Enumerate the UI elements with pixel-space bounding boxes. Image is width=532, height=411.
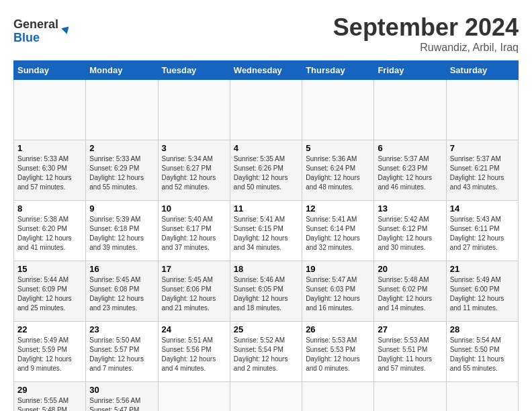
svg-marker-2 [61, 24, 72, 34]
column-header-wednesday: Wednesday [230, 61, 302, 80]
day-number: 5 [306, 143, 370, 153]
day-info: Sunrise: 5:45 AM Sunset: 6:08 PM Dayligh… [89, 275, 154, 313]
day-number: 14 [450, 203, 515, 214]
day-number: 11 [234, 203, 298, 214]
calendar-cell: 8Sunrise: 5:38 AM Sunset: 6:20 PM Daylig… [14, 201, 86, 261]
calendar-cell [158, 382, 230, 412]
day-info: Sunrise: 5:37 AM Sunset: 6:23 PM Dayligh… [378, 154, 442, 192]
day-info: Sunrise: 5:53 AM Sunset: 5:51 PM Dayligh… [378, 336, 442, 373]
calendar-cell [302, 80, 374, 140]
column-header-monday: Monday [86, 61, 158, 80]
day-number: 28 [450, 324, 515, 334]
week-row-5: 22Sunrise: 5:49 AM Sunset: 5:59 PM Dayli… [14, 322, 519, 382]
day-info: Sunrise: 5:49 AM Sunset: 5:59 PM Dayligh… [17, 336, 82, 373]
day-info: Sunrise: 5:55 AM Sunset: 5:48 PM Dayligh… [17, 396, 82, 411]
calendar-cell: 27Sunrise: 5:53 AM Sunset: 5:51 PM Dayli… [374, 322, 446, 382]
day-info: Sunrise: 5:43 AM Sunset: 6:11 PM Dayligh… [450, 215, 515, 253]
calendar-cell: 14Sunrise: 5:43 AM Sunset: 6:11 PM Dayli… [446, 201, 518, 261]
day-info: Sunrise: 5:56 AM Sunset: 5:47 PM Dayligh… [89, 396, 154, 411]
day-info: Sunrise: 5:48 AM Sunset: 6:02 PM Dayligh… [378, 275, 442, 313]
day-number: 24 [162, 324, 226, 334]
day-info: Sunrise: 5:40 AM Sunset: 6:17 PM Dayligh… [162, 215, 226, 253]
day-info: Sunrise: 5:38 AM Sunset: 6:20 PM Dayligh… [17, 215, 82, 253]
calendar-cell [230, 382, 302, 412]
day-number: 22 [17, 324, 82, 334]
calendar-table: SundayMondayTuesdayWednesdayThursdayFrid… [13, 60, 519, 411]
day-info: Sunrise: 5:54 AM Sunset: 5:50 PM Dayligh… [450, 336, 515, 373]
column-header-saturday: Saturday [446, 61, 518, 80]
calendar-cell [230, 80, 302, 140]
day-info: Sunrise: 5:42 AM Sunset: 6:12 PM Dayligh… [378, 215, 442, 253]
calendar-cell [14, 80, 86, 140]
calendar-cell: 9Sunrise: 5:39 AM Sunset: 6:18 PM Daylig… [86, 201, 158, 261]
calendar-cell: 11Sunrise: 5:41 AM Sunset: 6:15 PM Dayli… [230, 201, 302, 261]
calendar-cell [86, 80, 158, 140]
location-title: Ruwandiz, Arbil, Iraq [333, 42, 519, 54]
day-number: 29 [17, 385, 82, 395]
month-title: September 2024 [333, 13, 519, 42]
calendar-cell [446, 382, 518, 412]
week-row-2: 1Sunrise: 5:33 AM Sunset: 6:30 PM Daylig… [14, 140, 519, 201]
calendar-cell [374, 382, 446, 412]
calendar-cell: 19Sunrise: 5:47 AM Sunset: 6:03 PM Dayli… [302, 261, 374, 322]
day-info: Sunrise: 5:39 AM Sunset: 6:18 PM Dayligh… [89, 215, 154, 253]
day-number: 19 [306, 264, 370, 274]
day-info: Sunrise: 5:41 AM Sunset: 6:14 PM Dayligh… [306, 215, 370, 253]
day-number: 30 [89, 385, 154, 395]
day-number: 17 [162, 264, 226, 274]
day-number: 2 [89, 143, 154, 153]
calendar-cell [446, 80, 518, 140]
calendar-cell: 17Sunrise: 5:45 AM Sunset: 6:06 PM Dayli… [158, 261, 230, 322]
day-info: Sunrise: 5:37 AM Sunset: 6:21 PM Dayligh… [450, 154, 515, 192]
svg-text:Blue: Blue [13, 31, 40, 44]
calendar-cell: 7Sunrise: 5:37 AM Sunset: 6:21 PM Daylig… [446, 140, 518, 201]
column-header-tuesday: Tuesday [158, 61, 230, 80]
calendar-cell: 30Sunrise: 5:56 AM Sunset: 5:47 PM Dayli… [86, 382, 158, 412]
day-info: Sunrise: 5:52 AM Sunset: 5:54 PM Dayligh… [234, 336, 298, 373]
calendar-cell: 1Sunrise: 5:33 AM Sunset: 6:30 PM Daylig… [14, 140, 86, 201]
day-number: 3 [162, 143, 226, 153]
calendar-cell: 15Sunrise: 5:44 AM Sunset: 6:09 PM Dayli… [14, 261, 86, 322]
logo: General Blue [13, 13, 74, 47]
week-row-1 [14, 80, 519, 140]
calendar-cell: 20Sunrise: 5:48 AM Sunset: 6:02 PM Dayli… [374, 261, 446, 322]
week-row-6: 29Sunrise: 5:55 AM Sunset: 5:48 PM Dayli… [14, 382, 519, 412]
calendar-cell: 28Sunrise: 5:54 AM Sunset: 5:50 PM Dayli… [446, 322, 518, 382]
calendar-cell: 16Sunrise: 5:45 AM Sunset: 6:08 PM Dayli… [86, 261, 158, 322]
svg-text:General: General [13, 17, 58, 31]
calendar-cell [302, 382, 374, 412]
day-info: Sunrise: 5:47 AM Sunset: 6:03 PM Dayligh… [306, 275, 370, 313]
calendar-cell [374, 80, 446, 140]
calendar-cell [158, 80, 230, 140]
calendar-cell: 25Sunrise: 5:52 AM Sunset: 5:54 PM Dayli… [230, 322, 302, 382]
day-number: 1 [17, 143, 82, 153]
calendar-header: SundayMondayTuesdayWednesdayThursdayFrid… [14, 61, 519, 80]
header-row: SundayMondayTuesdayWednesdayThursdayFrid… [14, 61, 519, 80]
day-number: 23 [89, 324, 154, 334]
day-info: Sunrise: 5:34 AM Sunset: 6:27 PM Dayligh… [162, 154, 226, 192]
day-info: Sunrise: 5:41 AM Sunset: 6:15 PM Dayligh… [234, 215, 298, 253]
day-info: Sunrise: 5:36 AM Sunset: 6:24 PM Dayligh… [306, 154, 370, 192]
calendar-cell: 29Sunrise: 5:55 AM Sunset: 5:48 PM Dayli… [14, 382, 86, 412]
calendar-cell: 26Sunrise: 5:53 AM Sunset: 5:53 PM Dayli… [302, 322, 374, 382]
day-info: Sunrise: 5:50 AM Sunset: 5:57 PM Dayligh… [89, 336, 154, 373]
day-number: 9 [89, 203, 154, 214]
day-number: 18 [234, 264, 298, 274]
calendar-cell: 10Sunrise: 5:40 AM Sunset: 6:17 PM Dayli… [158, 201, 230, 261]
day-number: 10 [162, 203, 226, 214]
title-block: September 2024 Ruwandiz, Arbil, Iraq [333, 13, 519, 54]
calendar-cell: 23Sunrise: 5:50 AM Sunset: 5:57 PM Dayli… [86, 322, 158, 382]
day-number: 27 [378, 324, 442, 334]
calendar-cell: 18Sunrise: 5:46 AM Sunset: 6:05 PM Dayli… [230, 261, 302, 322]
day-number: 20 [378, 264, 442, 274]
day-number: 21 [450, 264, 515, 274]
calendar-cell: 13Sunrise: 5:42 AM Sunset: 6:12 PM Dayli… [374, 201, 446, 261]
day-number: 15 [17, 264, 82, 274]
column-header-friday: Friday [374, 61, 446, 80]
day-number: 12 [306, 203, 370, 214]
day-info: Sunrise: 5:49 AM Sunset: 6:00 PM Dayligh… [450, 275, 515, 313]
logo-svg: General Blue [13, 13, 74, 47]
calendar-cell: 12Sunrise: 5:41 AM Sunset: 6:14 PM Dayli… [302, 201, 374, 261]
day-number: 8 [17, 203, 82, 214]
calendar-body: 1Sunrise: 5:33 AM Sunset: 6:30 PM Daylig… [14, 80, 519, 412]
